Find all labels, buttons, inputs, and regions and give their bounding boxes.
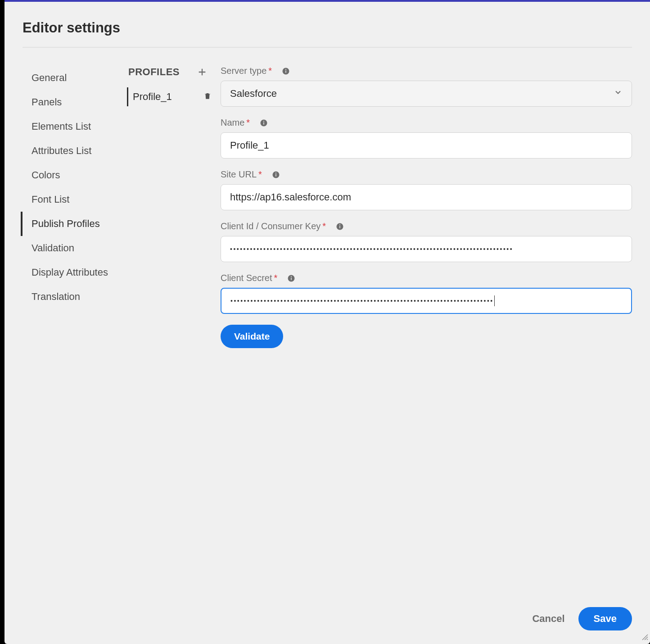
svg-point-18 [291,276,292,277]
profile-item-label: Profile_1 [133,91,172,103]
dialog-title: Editor settings [23,20,632,36]
dialog-header: Editor settings [5,2,650,47]
client-id-label: Client Id / Consumer Key [221,221,320,231]
resize-grip-icon[interactable] [641,633,648,642]
sidebar-item-display-attributes[interactable]: Display Attributes [21,260,128,285]
info-icon [336,222,344,231]
chevron-down-icon [614,88,623,100]
client-id-field: Client Id / Consumer Key * •••••••••••••… [221,221,632,262]
site-url-label: Site URL [221,169,257,180]
save-button[interactable]: Save [578,607,632,630]
delete-profile-button[interactable] [203,91,212,103]
required-indicator: * [246,118,250,128]
svg-rect-5 [285,70,286,73]
server-type-info[interactable] [282,67,290,75]
svg-point-9 [263,121,264,122]
client-secret-label: Client Secret [221,273,272,283]
site-url-info[interactable] [272,171,280,179]
site-url-input[interactable] [221,184,632,210]
sidebar-item-translation[interactable]: Translation [21,285,128,309]
svg-rect-2 [207,95,207,98]
client-secret-input[interactable]: ••••••••••••••••••••••••••••••••••••••••… [221,288,632,314]
settings-sidebar: General Panels Elements List Attributes … [23,66,128,598]
add-profile-button[interactable] [196,66,208,78]
sidebar-item-elements-list[interactable]: Elements List [21,114,128,139]
client-secret-info[interactable] [287,274,295,282]
name-input[interactable] [221,132,632,159]
sidebar-item-publish-profiles[interactable]: Publish Profiles [21,212,128,236]
client-secret-field: Client Secret * ••••••••••••••••••••••••… [221,273,632,314]
required-indicator: * [322,221,326,231]
svg-rect-11 [275,174,276,176]
editor-settings-dialog: Editor settings General Panels Elements … [5,0,650,644]
svg-point-12 [275,172,276,173]
plus-icon [197,67,207,77]
svg-rect-3 [208,95,208,98]
profiles-column: PROFILES Profile_1 [128,66,221,598]
sidebar-item-attributes-list[interactable]: Attributes List [21,139,128,163]
profile-list-item[interactable]: Profile_1 [127,87,221,106]
svg-rect-17 [291,277,292,280]
name-info[interactable] [260,119,268,127]
svg-rect-8 [263,122,264,124]
validate-button[interactable]: Validate [221,325,283,348]
dialog-content: General Panels Elements List Attributes … [5,48,650,598]
cancel-button[interactable]: Cancel [532,613,564,625]
svg-point-6 [285,69,286,70]
client-id-info[interactable] [336,222,344,231]
server-type-field: Server type * Salesforce [221,66,632,107]
sidebar-item-general[interactable]: General [21,66,128,90]
required-indicator: * [274,273,278,283]
name-label: Name [221,118,244,128]
client-id-value: ••••••••••••••••••••••••••••••••••••••••… [230,245,513,253]
client-id-input[interactable]: ••••••••••••••••••••••••••••••••••••••••… [221,236,632,262]
dialog-footer: Cancel Save [5,598,650,644]
sidebar-item-font-list[interactable]: Font List [21,187,128,212]
trash-icon [203,92,212,100]
server-type-label: Server type [221,66,266,76]
svg-line-21 [647,639,648,640]
sidebar-item-validation[interactable]: Validation [21,236,128,260]
text-caret [494,295,495,306]
server-type-select[interactable]: Salesforce [221,81,632,107]
name-field: Name * [221,118,632,159]
site-url-field: Site URL * [221,169,632,210]
info-icon [282,67,290,75]
svg-rect-14 [339,226,340,228]
sidebar-item-colors[interactable]: Colors [21,163,128,187]
info-icon [287,274,295,282]
profile-form: Server type * Salesforce Name * [221,66,632,598]
info-icon [260,119,268,127]
required-indicator: * [258,169,262,180]
svg-point-15 [339,224,340,225]
required-indicator: * [268,66,272,76]
info-icon [272,171,280,179]
server-type-value: Salesforce [230,88,277,100]
sidebar-item-panels[interactable]: Panels [21,90,128,114]
client-secret-value: ••••••••••••••••••••••••••••••••••••••••… [230,297,494,304]
profiles-header: PROFILES [128,66,221,87]
profiles-heading: PROFILES [128,66,180,78]
